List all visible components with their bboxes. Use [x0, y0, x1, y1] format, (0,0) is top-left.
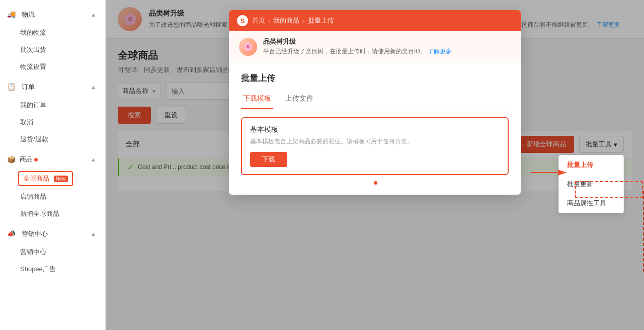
chevron-up-marketing-icon: ▲ [91, 231, 96, 237]
modal-bottom-indicator [374, 181, 377, 185]
sidebar: 🚚 物流 ▲ 我的物流 批次出货 物流设置 📋 订单 ▲ 我的订单 取消 退货/… [0, 0, 106, 330]
modal-inner-banner: 🌸 品类树升级 平台已经升级了类目树，在批量上传时，请使用新的类目ID。 了解更… [229, 31, 521, 62]
dropdown-item-batch-update[interactable]: 批量更新 [559, 175, 623, 194]
sidebar-item-shop-products[interactable]: 店铺商品 [18, 188, 105, 205]
template-card: 基本模板 基本模板包含上架商品必要的栏位。该模板可用于任何分类。 下载 [241, 117, 509, 175]
sidebar-item-shopee-ads[interactable]: Shopee广告 [18, 261, 105, 278]
modal-banner-title: 品类树升级 [263, 37, 452, 46]
sidebar-item-logistics-settings[interactable]: 物流设置 [18, 58, 105, 75]
tab-upload-file[interactable]: 上传文件 [283, 91, 315, 109]
tab-download-template[interactable]: 下载模板 [241, 91, 273, 109]
sidebar-section-label-marketing: 营销中心 [22, 230, 48, 237]
breadcrumb-sep2: › [302, 17, 304, 25]
chevron-up-products-icon: ▲ [91, 156, 96, 162]
sidebar-section-logistics: 🚚 物流 ▲ 我的物流 批次出货 物流设置 [0, 5, 105, 75]
modal-breadcrumb: 首页 › 我的商品 › 批量上传 [252, 16, 334, 25]
template-card-desc: 基本模板包含上架商品必要的栏位。该模板可用于任何分类。 [250, 137, 500, 146]
shop-logo-icon: S [237, 15, 248, 26]
sidebar-item-add-global[interactable]: 新增全球商品 [18, 205, 105, 222]
sidebar-section-header-orders[interactable]: 📋 订单 ▲ [0, 77, 105, 97]
sidebar-item-global-products-box[interactable]: 全球商品 New [18, 171, 73, 186]
modal-banner-link[interactable]: 了解更多 [428, 48, 452, 55]
chevron-up-icon: ▲ [91, 12, 96, 18]
dropdown-item-batch-upload[interactable]: 批量上传 [559, 155, 623, 175]
chevron-up-orders-icon: ▲ [91, 84, 96, 90]
sidebar-marketing-items: 营销中心 Shopee广告 [0, 243, 105, 278]
modal-header: S 首页 › 我的商品 › 批量上传 [229, 10, 521, 31]
breadcrumb-products[interactable]: 我的商品 [273, 16, 299, 25]
sidebar-products-items: 全球商品 New 店铺商品 新增全球商品 [0, 169, 105, 222]
breadcrumb-current: 批量上传 [308, 16, 334, 25]
orders-icon: 📋 [7, 82, 16, 91]
logistics-icon: 🚚 [7, 10, 16, 18]
sidebar-item-batch-shipment[interactable]: 批次出货 [18, 41, 105, 58]
sidebar-section-marketing: 📣 营销中心 ▲ 营销中心 Shopee广告 [0, 224, 105, 278]
breadcrumb-home[interactable]: 首页 [252, 16, 265, 25]
sidebar-item-cancel[interactable]: 取消 [18, 114, 105, 131]
new-badge: New [54, 176, 68, 182]
batch-dropdown-menu: 批量上传 批量更新 商品属性工具 [558, 155, 624, 213]
template-card-title: 基本模板 [250, 125, 500, 134]
sidebar-section-label-orders: 订单 [22, 83, 35, 91]
modal-tabs: 下载模板 上传文件 [241, 91, 509, 109]
sidebar-section-header-products[interactable]: 📦 商品 ▲ [0, 150, 105, 169]
sidebar-item-my-orders[interactable]: 我的订单 [18, 97, 105, 114]
sidebar-section-header-logistics[interactable]: 🚚 物流 ▲ [0, 5, 105, 24]
sidebar-item-global-products-wrapper[interactable]: 全球商品 New [18, 169, 105, 188]
sidebar-logistics-items: 我的物流 批次出货 物流设置 [0, 24, 105, 75]
sidebar-item-refund[interactable]: 退货/退款 [18, 131, 105, 148]
sidebar-section-label-logistics: 物流 [22, 11, 35, 18]
modal-banner-desc: 平台已经升级了类目树，在批量上传时，请使用新的类目ID。 了解更多 [263, 47, 452, 56]
sidebar-section-label-products: 商品 [20, 155, 33, 164]
sidebar-section-orders: 📋 订单 ▲ 我的订单 取消 退货/退款 [0, 77, 105, 148]
sidebar-section-header-marketing[interactable]: 📣 营销中心 ▲ [0, 224, 105, 243]
marketing-icon: 📣 [7, 229, 16, 237]
sidebar-item-my-logistics[interactable]: 我的物流 [18, 24, 105, 41]
modal-banner-description: 平台已经升级了类目树，在批量上传时，请使用新的类目ID。 [263, 48, 426, 55]
modal: S 首页 › 我的商品 › 批量上传 🌸 品类树升级 平台已经升级了类目树，在批… [229, 10, 521, 195]
products-dot-indicator [34, 158, 38, 161]
sidebar-item-global-products-label: 全球商品 [23, 175, 49, 182]
products-icon: 📦 [7, 155, 16, 163]
download-button[interactable]: 下载 [250, 152, 287, 167]
breadcrumb-sep1: › [268, 17, 270, 25]
modal-banner-icon: 🌸 [239, 38, 257, 56]
sidebar-item-marketing-center[interactable]: 营销中心 [18, 243, 105, 261]
main-content: 🌸 品类树升级 为了改进您的商品曝光和搜索，平台已经升级了类目树。您的一些商品可… [106, 0, 644, 330]
dropdown-item-product-attributes[interactable]: 商品属性工具 [559, 194, 623, 213]
sidebar-section-products: 📦 商品 ▲ 全球商品 New 店铺商品 新增全球商品 [0, 150, 105, 222]
modal-body: 批量上传 下载模板 上传文件 基本模板 基本模板包含上架商品必要的栏位。该模板可… [229, 62, 521, 195]
sidebar-orders-items: 我的订单 取消 退货/退款 [0, 97, 105, 148]
modal-title: 批量上传 [241, 72, 509, 84]
modal-inner-banner-text: 品类树升级 平台已经升级了类目树，在批量上传时，请使用新的类目ID。 了解更多 [263, 37, 452, 56]
